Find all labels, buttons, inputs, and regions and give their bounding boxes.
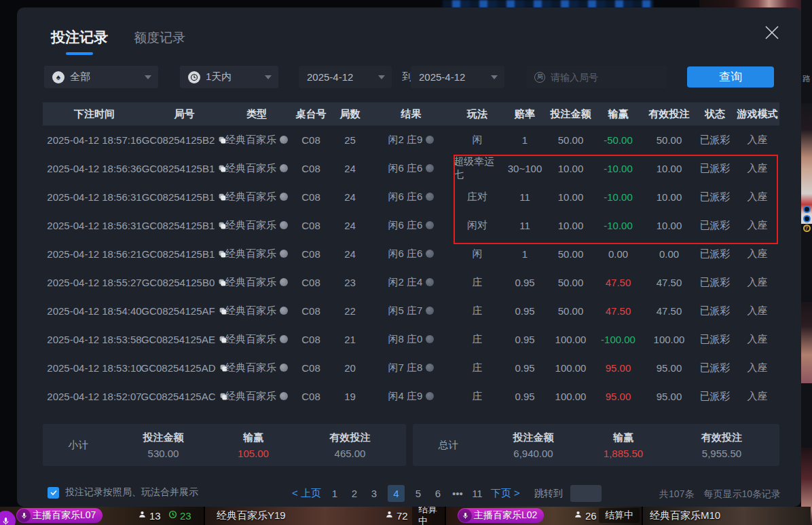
result-info-icon[interactable] <box>426 307 434 315</box>
cell-odds: 0.95 <box>501 382 549 410</box>
cell-amount: 100.00 <box>549 353 593 382</box>
cell-valid-bet: 10.00 <box>644 182 695 211</box>
cell-amount: 50.00 <box>549 239 593 268</box>
cell-table-no: C08 <box>291 154 331 182</box>
merge-checkbox-group[interactable]: 投注记录按照局、玩法合并展示 <box>48 486 198 499</box>
time-range-dropdown[interactable]: 1天内 <box>180 66 278 88</box>
result-info-icon[interactable] <box>426 164 434 172</box>
total-valid-value: 5,955.50 <box>664 448 779 459</box>
cell-game-type: 经典百家乐 <box>223 382 291 410</box>
cell-valid-bet: 10.00 <box>644 154 695 182</box>
pagination: < 上页 123456•••11 下页 > 跳转到 <box>292 485 602 502</box>
game-badge-icon <box>280 278 288 286</box>
result-info-icon[interactable] <box>426 193 434 201</box>
cell-game-type: 经典百家乐 <box>223 125 291 154</box>
result-info-icon[interactable] <box>426 136 434 144</box>
jump-to-input[interactable] <box>570 485 602 502</box>
cell-status: 已派彩 <box>695 325 735 353</box>
cell-bet-type: 超级幸运七 <box>454 154 501 182</box>
cell-winloss: -100.00 <box>593 325 644 353</box>
spade-icon: ♠ <box>52 71 64 83</box>
table-row: 2025-04-12 18:53:58 GC08254125AE 经典百家乐 C… <box>43 325 779 353</box>
cell-table-no: C08 <box>291 353 331 382</box>
result-info-icon[interactable] <box>426 335 434 343</box>
stream-tile[interactable]: 主播百家乐L0226结算中 <box>445 507 642 525</box>
cell-table-no: C08 <box>291 211 331 239</box>
person-icon <box>574 509 583 522</box>
cell-bet-time: 2025-04-12 18:54:40 <box>43 296 146 325</box>
result-info-icon[interactable] <box>426 364 434 372</box>
stream-tile[interactable]: 主播百家乐L071323 <box>0 507 204 525</box>
page-button-2[interactable]: 2 <box>348 488 361 499</box>
summary-row: 小计 投注金额 530.00 输赢 105.00 有效投注 465.00 总计 … <box>43 424 779 466</box>
cell-odds: 0.95 <box>501 296 549 325</box>
records-table: 下注时间局号类型桌台号局数结果玩法赔率投注金额输赢有效投注状态游戏模式 2025… <box>43 102 779 410</box>
subtotal-valid-value: 465.00 <box>294 448 406 459</box>
table-label: 经典百家乐Y19 <box>217 508 286 523</box>
table-row: 2025-04-12 18:57:16 GC08254125B2 经典百家乐 C… <box>43 125 779 154</box>
date-to-picker[interactable]: 2025-4-12 <box>411 66 504 88</box>
page-button-11[interactable]: 11 <box>471 488 483 499</box>
cell-round-no: 24 <box>331 154 369 182</box>
total-count: 共107条 <box>659 488 694 501</box>
prev-page-button[interactable]: < 上页 <box>292 487 321 500</box>
checkbox-checked-icon[interactable] <box>48 487 59 499</box>
table-row: 2025-04-12 18:54:40 GC08254125AF 经典百家乐 C… <box>43 296 779 325</box>
cell-winloss: -10.00 <box>593 182 644 211</box>
column-header: 桌台号 <box>291 102 331 125</box>
date-from-picker[interactable]: 2025-4-12 <box>299 66 392 88</box>
next-page-button[interactable]: 下页 > <box>491 487 520 500</box>
page-button-3[interactable]: 3 <box>368 488 380 499</box>
cell-winloss: -10.00 <box>593 211 644 239</box>
tab-betting-records[interactable]: 投注记录 <box>51 28 108 55</box>
page-button-1[interactable]: 1 <box>329 488 341 499</box>
page-button-6[interactable]: 6 <box>432 488 444 499</box>
stream-tile[interactable]: 经典百家乐Y1972结算中 <box>204 507 445 525</box>
time-range-value: 1天内 <box>206 71 232 83</box>
cell-round-no: 24 <box>331 239 369 268</box>
cell-game-type: 经典百家乐 <box>223 325 291 353</box>
game-badge-icon <box>280 307 288 315</box>
cell-round-id: GC08254125AF <box>146 296 223 325</box>
result-info-icon[interactable] <box>426 221 434 229</box>
page-button-5[interactable]: 5 <box>412 488 424 499</box>
result-info-icon[interactable] <box>426 278 434 286</box>
pagination-ellipsis[interactable]: ••• <box>451 488 464 499</box>
cell-bet-time: 2025-04-12 18:52:07 <box>43 382 146 410</box>
cell-table-no: C08 <box>291 382 331 410</box>
table-row: 2025-04-12 18:55:27 GC08254125B0 经典百家乐 C… <box>43 268 779 296</box>
date-from-value: 2025-4-12 <box>307 71 353 83</box>
timer-clock-icon <box>168 509 177 522</box>
stream-tile[interactable]: 经典百家乐M10 <box>642 507 811 525</box>
close-icon[interactable] <box>763 24 781 41</box>
column-header: 下注时间 <box>43 102 146 125</box>
column-header: 局数 <box>331 102 369 125</box>
table-row: 2025-04-12 18:56:31 GC08254125B1 经典百家乐 C… <box>43 182 779 211</box>
table-header: 下注时间局号类型桌台号局数结果玩法赔率投注金额输赢有效投注状态游戏模式 <box>43 102 779 125</box>
table-row: 2025-04-12 18:53:10 GC08254125AD 经典百家乐 C… <box>43 353 779 382</box>
background-dealer-thumb2 <box>801 302 812 383</box>
cell-amount: 10.00 <box>549 154 593 182</box>
cell-table-no: C08 <box>291 239 331 268</box>
total-box: 总计 投注金额 6,940.00 输赢 1,885.50 有效投注 5,955.… <box>413 424 779 466</box>
query-button[interactable]: 查询 <box>687 66 774 88</box>
result-info-icon[interactable] <box>426 392 434 400</box>
result-info-icon[interactable] <box>426 250 434 258</box>
cell-valid-bet: 95.00 <box>644 353 695 382</box>
tab-credit-records[interactable]: 额度记录 <box>134 28 185 47</box>
table-row: 2025-04-12 18:52:07 GC08254125AC 经典百家乐 C… <box>43 382 779 410</box>
cell-game-mode: 入座 <box>735 382 779 410</box>
round-search-field[interactable]: 局 <box>526 66 667 88</box>
subtotal-amount-label: 投注金额 <box>114 431 213 444</box>
cell-odds: 1 <box>501 125 549 154</box>
game-type-dropdown[interactable]: ♠ 全部 <box>44 66 158 88</box>
person-icon <box>138 509 147 522</box>
cell-table-no: C08 <box>291 182 331 211</box>
cell-result: 闲6 庄6 <box>369 154 454 182</box>
column-header: 输赢 <box>593 102 644 125</box>
cell-game-type: 经典百家乐 <box>223 211 291 239</box>
subtotal-valid-label: 有效投注 <box>294 431 406 444</box>
page-button-4[interactable]: 4 <box>388 485 405 502</box>
cell-bet-type: 庄对 <box>454 182 501 211</box>
round-search-input[interactable] <box>551 72 652 83</box>
